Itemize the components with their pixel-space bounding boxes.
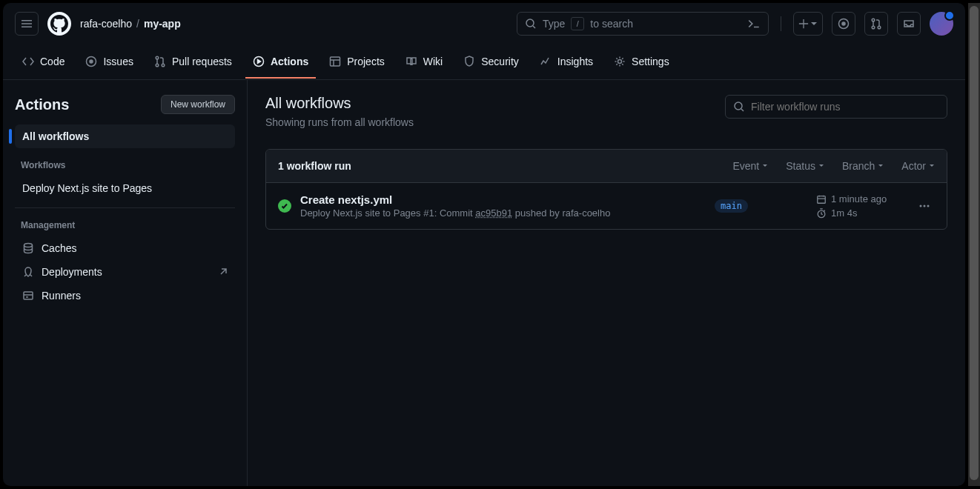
tab-label: Insights bbox=[557, 56, 593, 67]
deployments-icon bbox=[22, 266, 34, 278]
breadcrumb: rafa-coelho / my-app bbox=[80, 18, 181, 30]
run-title[interactable]: Create nextjs.yml bbox=[300, 193, 691, 206]
status-success-icon bbox=[278, 199, 291, 213]
tab-wiki[interactable]: Wiki bbox=[398, 46, 450, 79]
svg-point-19 bbox=[920, 205, 922, 207]
svg-point-16 bbox=[735, 102, 742, 110]
run-subtitle: Deploy Next.js site to Pages #1: Commit … bbox=[300, 207, 691, 219]
hamburger-icon bbox=[21, 18, 33, 30]
filter-input-field[interactable] bbox=[751, 101, 939, 113]
tab-label: Issues bbox=[103, 56, 133, 67]
command-palette-icon[interactable] bbox=[747, 17, 761, 30]
page-subtitle: Showing runs from all workflows bbox=[265, 116, 414, 128]
search-suffix: to search bbox=[590, 18, 633, 30]
filter-branch[interactable]: Branch bbox=[842, 160, 884, 172]
sidebar-item-label: Deploy Next.js site to Pages bbox=[22, 182, 152, 194]
sidebar-deployments[interactable]: Deployments bbox=[15, 260, 235, 284]
tab-label: Projects bbox=[347, 56, 385, 67]
dot-circle-icon bbox=[838, 18, 850, 30]
content: All workflows Showing runs from all work… bbox=[248, 80, 965, 486]
menu-button[interactable] bbox=[15, 12, 39, 36]
tab-label: Actions bbox=[271, 56, 308, 67]
external-link-icon bbox=[219, 267, 228, 276]
tab-insights[interactable]: Insights bbox=[532, 46, 600, 79]
new-workflow-button[interactable]: New workflow bbox=[161, 95, 235, 114]
svg-point-14 bbox=[24, 244, 33, 247]
sidebar-workflow-item[interactable]: Deploy Next.js site to Pages bbox=[15, 176, 235, 200]
security-icon bbox=[463, 56, 475, 67]
tab-projects[interactable]: Projects bbox=[322, 46, 392, 79]
tab-settings[interactable]: Settings bbox=[606, 46, 677, 79]
sidebar: Actions New workflow All workflows Workf… bbox=[3, 80, 248, 486]
filter-runs-input[interactable] bbox=[725, 95, 947, 119]
search-input[interactable]: Type / to search bbox=[517, 12, 769, 36]
calendar-icon bbox=[816, 194, 827, 204]
svg-point-13 bbox=[618, 59, 622, 63]
filter-actor[interactable]: Actor bbox=[901, 160, 935, 172]
run-row[interactable]: Create nextjs.yml Deploy Next.js site to… bbox=[266, 183, 947, 229]
wiki-icon bbox=[405, 56, 417, 67]
avatar[interactable] bbox=[930, 12, 953, 36]
issues-icon bbox=[85, 56, 97, 67]
sidebar-workflows-heading: Workflows bbox=[21, 160, 229, 170]
sidebar-item-label: All workflows bbox=[22, 130, 89, 142]
filter-status[interactable]: Status bbox=[786, 160, 824, 172]
tab-label: Pull requests bbox=[172, 56, 232, 67]
scrollbar[interactable] bbox=[968, 3, 980, 486]
insights-icon bbox=[540, 56, 552, 67]
tab-security[interactable]: Security bbox=[456, 46, 526, 79]
svg-point-10 bbox=[162, 64, 165, 67]
tab-pull-requests[interactable]: Pull requests bbox=[147, 46, 239, 79]
stopwatch-icon bbox=[816, 208, 827, 219]
caret-down-icon bbox=[762, 163, 768, 169]
settings-icon bbox=[614, 56, 626, 67]
git-pr-icon bbox=[870, 18, 882, 30]
create-new-button[interactable] bbox=[793, 12, 823, 36]
sidebar-all-workflows[interactable]: All workflows bbox=[15, 124, 235, 148]
scrollbar-thumb[interactable] bbox=[970, 6, 979, 480]
sidebar-runners[interactable]: Runners bbox=[15, 284, 235, 307]
sidebar-management-heading: Management bbox=[21, 220, 229, 230]
owner-link[interactable]: rafa-coelho bbox=[80, 18, 132, 30]
tab-code[interactable]: Code bbox=[15, 46, 72, 79]
svg-rect-17 bbox=[818, 196, 826, 203]
search-icon bbox=[733, 101, 745, 113]
run-menu-button[interactable] bbox=[914, 196, 935, 216]
svg-point-8 bbox=[156, 56, 159, 59]
tab-actions[interactable]: Actions bbox=[245, 46, 316, 79]
run-time: 1 minute ago bbox=[816, 193, 905, 204]
sidebar-item-label: Runners bbox=[42, 290, 81, 302]
actions-icon bbox=[253, 56, 265, 67]
commit-link[interactable]: ac95b91 bbox=[475, 207, 512, 219]
sidebar-caches[interactable]: Caches bbox=[15, 236, 235, 260]
branch-badge[interactable]: main bbox=[715, 199, 748, 213]
kebab-icon bbox=[918, 200, 930, 212]
svg-point-3 bbox=[872, 19, 875, 21]
sidebar-item-label: Caches bbox=[42, 242, 76, 254]
tab-issues[interactable]: Issues bbox=[78, 46, 140, 79]
svg-point-2 bbox=[842, 22, 845, 25]
runs-list: 1 workflow run Event Status Branch Actor… bbox=[265, 149, 947, 230]
pull-requests-tray-button[interactable] bbox=[864, 12, 888, 36]
code-icon bbox=[22, 56, 34, 67]
pr-icon bbox=[154, 56, 166, 67]
github-logo[interactable] bbox=[47, 12, 71, 36]
svg-point-4 bbox=[872, 26, 875, 29]
inbox-button[interactable] bbox=[897, 12, 921, 36]
sidebar-item-label: Deployments bbox=[42, 266, 102, 278]
filter-event[interactable]: Event bbox=[732, 160, 768, 172]
runs-count: 1 workflow run bbox=[278, 160, 351, 172]
issues-tray-button[interactable] bbox=[832, 12, 855, 36]
caret-down-icon bbox=[929, 163, 935, 169]
svg-point-21 bbox=[927, 205, 930, 207]
top-header: rafa-coelho / my-app Type / to search bbox=[3, 3, 965, 44]
repo-link[interactable]: my-app bbox=[144, 18, 181, 30]
sidebar-title: Actions bbox=[15, 96, 69, 113]
repo-tabs: Code Issues Pull requests Actions Projec… bbox=[3, 44, 965, 80]
search-icon bbox=[525, 18, 537, 30]
tab-label: Code bbox=[40, 56, 64, 67]
breadcrumb-sep: / bbox=[136, 18, 139, 30]
svg-point-7 bbox=[90, 60, 93, 63]
page-title: All workflows bbox=[265, 95, 414, 112]
projects-icon bbox=[329, 56, 341, 67]
